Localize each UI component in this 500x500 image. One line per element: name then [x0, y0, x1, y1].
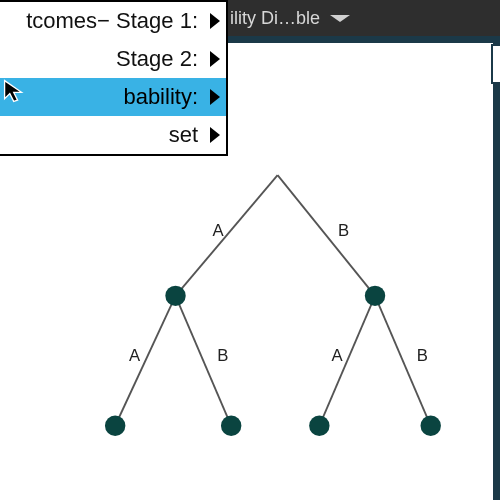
menu-item-label: tcomes− Stage 1:	[4, 8, 202, 34]
tree-node	[221, 416, 241, 436]
edge-label: B	[217, 346, 228, 365]
tree-edge	[176, 175, 278, 296]
menu-item-3[interactable]: set	[0, 116, 226, 154]
tree-node	[421, 416, 441, 436]
tree-node	[105, 416, 125, 436]
title-text: ility Di…ble	[230, 8, 320, 29]
edge-label: B	[338, 221, 349, 240]
tree-edge	[278, 175, 375, 296]
context-menu: tcomes− Stage 1:Stage 2:bability:set	[0, 0, 228, 156]
menu-item-1[interactable]: Stage 2:	[0, 40, 226, 78]
tree-node	[165, 286, 185, 306]
edge-label: A	[129, 346, 141, 365]
submenu-arrow-icon	[210, 127, 220, 143]
submenu-arrow-icon	[210, 89, 220, 105]
menu-item-0[interactable]: tcomes− Stage 1:	[0, 2, 226, 40]
tree-edge	[115, 296, 175, 426]
dropdown-chevron-icon[interactable]	[330, 15, 350, 22]
menu-item-label: bability:	[4, 84, 202, 110]
side-handle[interactable]	[491, 44, 500, 84]
menu-item-label: Stage 2:	[4, 46, 202, 72]
edge-label: A	[213, 221, 225, 240]
submenu-arrow-icon	[210, 13, 220, 29]
tree-node	[365, 286, 385, 306]
menu-item-2[interactable]: bability:	[0, 78, 226, 116]
tree-node	[309, 416, 329, 436]
tree-edge	[319, 296, 375, 426]
edge-label: A	[331, 346, 343, 365]
edge-label: B	[417, 346, 428, 365]
submenu-arrow-icon	[210, 51, 220, 67]
menu-item-label: set	[4, 122, 202, 148]
